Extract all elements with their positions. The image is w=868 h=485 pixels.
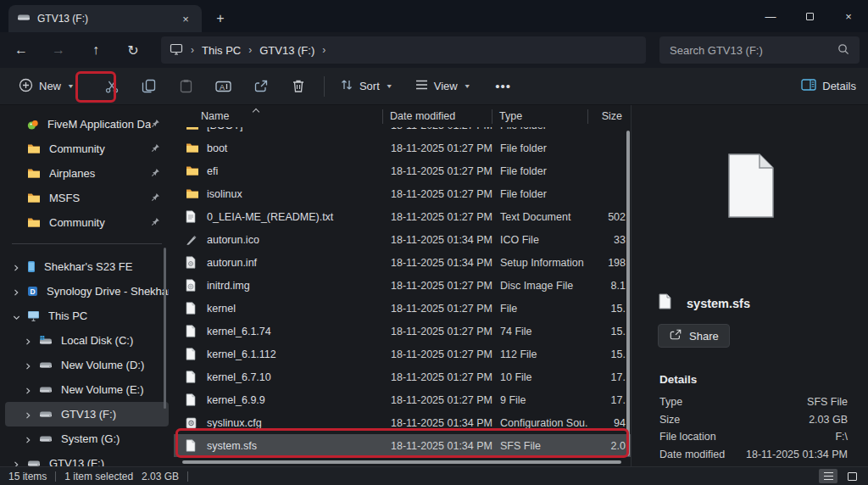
sidebar-tree-item[interactable]: Local Disk (C:) [5,328,169,353]
close-button[interactable]: × [829,3,868,30]
sidebar-pinned-item[interactable]: Community [5,210,169,235]
chevron-icon[interactable] [12,287,20,299]
sidebar-pinned-item[interactable]: Community [5,137,169,161]
file-row[interactable]: kernel_6.1.112 18-11-2025 01:27 PM 112 F… [174,343,631,365]
file-type: Disc Image File [492,280,588,292]
file-row[interactable]: efi 18-11-2025 01:27 PM File folder [174,159,631,182]
back-button[interactable]: ← [5,37,37,63]
sidebar-tree-item[interactable]: New Volume (E:) [5,377,169,402]
file-row[interactable]: kernel 18-11-2025 01:27 PM File 15. [174,297,631,320]
new-button[interactable]: New ▼ [10,72,83,101]
explorer-tab[interactable]: GTV13 (F:) × [8,5,202,32]
file-date-modified: 18-11-2025 01:34 PM [383,234,492,246]
column-header-size[interactable]: Size [588,110,627,122]
pin-icon [151,167,160,180]
sidebar-tree-item[interactable]: This PC [5,304,169,328]
file-type: 10 File [492,371,588,383]
file-name: efi [207,165,218,177]
view-button[interactable]: View ▼ [407,72,480,101]
list-view-icon [824,472,833,480]
file-row[interactable]: 0_LEIA-ME_(README).txt 18-11-2025 01:27 … [174,205,631,228]
breadcrumb-this-pc[interactable]: This PC [202,44,241,57]
file-date-modified: 18-11-2025 01:27 PM [383,371,492,383]
drive-icon [27,459,41,466]
file-row[interactable]: system.sfs 18-11-2025 01:34 PM SFS File … [174,434,631,457]
share-button[interactable] [242,72,280,101]
forward-button[interactable]: → [42,37,75,63]
sidebar-pinned-item[interactable]: MSFS [5,186,169,210]
file-name: 0_LEIA-ME_(README).txt [207,211,333,223]
tab-title: GTV13 (F:) [37,13,178,25]
chevron-icon[interactable] [24,434,32,447]
details-heading: Details [659,373,697,386]
file-name: kernel_6.7.10 [207,371,271,383]
sidebar-pinned-item[interactable]: FiveM Application Data [5,112,169,137]
pin-icon [151,192,160,204]
rename-button[interactable]: A [205,72,242,101]
file-row[interactable]: autorun.inf 18-11-2025 01:34 PM Setup In… [174,251,631,274]
folder-icon [186,164,199,178]
tab-close-icon[interactable]: × [178,11,193,26]
sort-button[interactable]: Sort ▼ [331,72,402,101]
file-size: 15. [588,326,626,337]
horizontal-scrollbar[interactable] [182,460,621,464]
file-date-modified: 18-11-2025 01:27 PM [383,394,492,406]
file-type: File folder [492,142,588,154]
details-toggle-button[interactable]: Details [801,79,856,93]
thumbnail-view-toggle[interactable] [843,469,861,483]
file-row[interactable]: [BOOT] 18-11-2025 01:27 PM File folder [174,127,631,137]
sidebar-tree-item[interactable]: System (G:) [5,426,169,451]
column-header-date-modified[interactable]: Date modified [383,110,492,122]
column-header-type[interactable]: Type [492,110,587,122]
column-header-name[interactable]: Name [174,110,382,122]
maximize-button[interactable] [790,3,829,30]
chevron-icon[interactable] [24,336,32,348]
file-row[interactable]: kernel_6.1.74 18-11-2025 01:27 PM 74 Fil… [174,320,631,343]
share-file-button[interactable]: Share [658,324,730,348]
chevron-icon[interactable] [10,314,23,322]
delete-button[interactable] [280,72,317,101]
search-input[interactable]: Search GTV13 (F:) [659,36,860,64]
refresh-button[interactable]: ↻ [117,37,149,63]
file-row[interactable]: initrd.img 18-11-2025 01:27 PM Disc Imag… [174,274,631,297]
sidebar-tree-item[interactable]: New Volume (D:) [5,353,169,377]
property-label: File location [659,431,716,443]
new-tab-button[interactable]: + [210,8,231,29]
file-row[interactable]: isolinux 18-11-2025 01:27 PM File folder [174,182,631,205]
file-row[interactable]: autorun.ico 18-11-2025 01:34 PM ICO File… [174,228,631,251]
folder-icon [27,217,41,228]
sidebar-scrollbar[interactable] [164,248,166,409]
vertical-scrollbar[interactable] [626,131,630,456]
file-list: Name Date modified Type Size [BOOT] 18-1… [174,105,631,466]
file-icon [186,439,199,453]
paste-button[interactable] [168,72,205,101]
breadcrumb[interactable]: › This PC › GTV13 (F:) › [161,36,646,64]
copy-button[interactable] [131,72,168,101]
sidebar-tree-item[interactable]: GTV13 (F:) [5,402,169,426]
file-row[interactable]: boot 18-11-2025 01:27 PM File folder [174,137,631,159]
minimize-button[interactable]: — [751,3,790,30]
more-options-icon[interactable]: ••• [485,72,522,101]
file-row[interactable]: kernel_6.7.10 18-11-2025 01:27 PM 10 Fil… [174,365,631,388]
details-property-row: Type SFS File [659,393,848,411]
cut-button[interactable] [93,72,131,101]
chevron-icon[interactable] [24,360,32,373]
chevron-icon[interactable] [24,385,32,398]
sidebar-tree-item[interactable]: Shekhar's S23 FE [5,254,169,279]
sidebar-pinned-item[interactable]: Airplanes [5,161,169,186]
details-view-toggle[interactable] [819,469,837,483]
sidebar-tree-item[interactable]: D Synology Drive - Shekhar-NA [5,279,169,304]
view-lines-icon [415,80,428,92]
file-name: isolinux [207,188,242,200]
file-row[interactable]: syslinux.cfg 18-11-2025 01:34 PM Configu… [174,411,631,434]
up-button[interactable]: ↑ [80,37,112,63]
sidebar-tree-item[interactable]: GTV13 (F:) [5,451,169,466]
file-row[interactable]: kernel_6.9.9 18-11-2025 01:27 PM 9 File … [174,388,631,411]
chevron-icon[interactable] [12,459,20,466]
chevron-icon[interactable] [24,410,32,422]
svg-text:A: A [220,82,225,91]
breadcrumb-drive[interactable]: GTV13 (F:) [259,44,314,57]
file-name: kernel [207,303,236,315]
chevron-icon[interactable] [12,262,20,275]
large-icons-view-icon [848,472,857,481]
